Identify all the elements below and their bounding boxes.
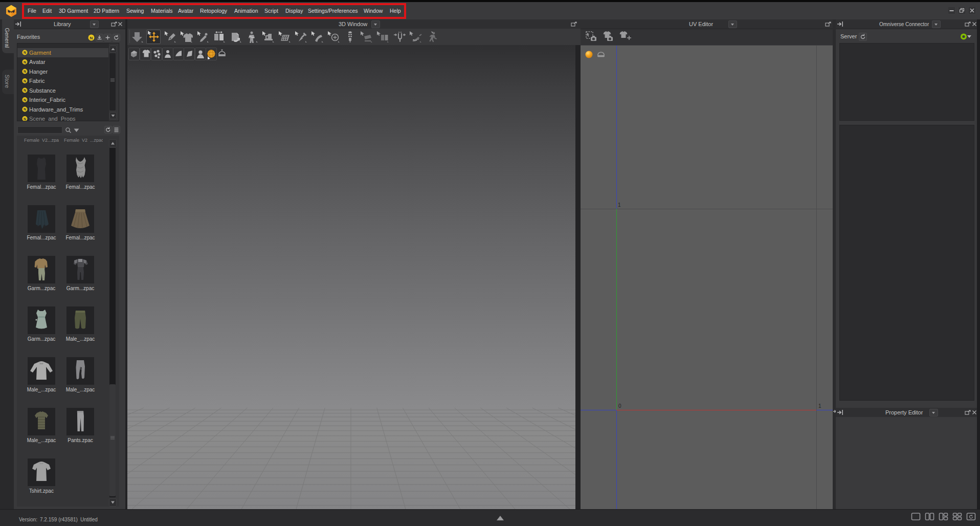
svg-text:N: N [24,117,26,121]
svg-text:N: N [24,79,26,83]
svg-text:N: N [24,89,26,92]
svg-text:N: N [24,98,26,102]
svg-text:N: N [24,60,26,64]
svg-text:N: N [24,70,26,73]
svg-text:N: N [90,36,93,40]
svg-text:N: N [24,51,26,54]
svg-text:N: N [24,107,26,111]
